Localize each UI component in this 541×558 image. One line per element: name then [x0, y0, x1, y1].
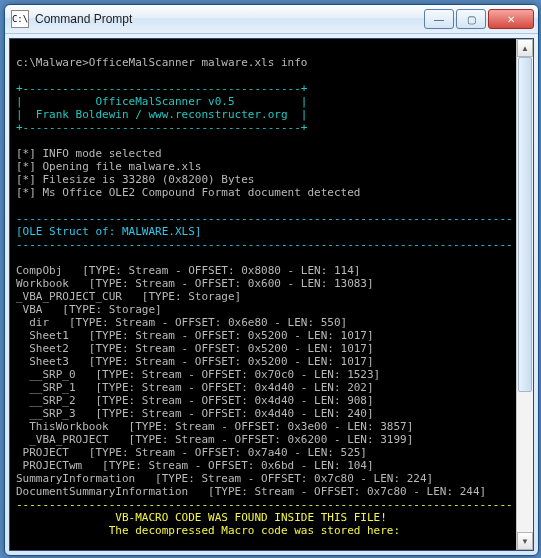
stream-line: _VBA_PROJECT_CUR [TYPE: Storage]: [16, 290, 241, 303]
stream-line: __SRP_1 [TYPE: Stream - OFFSET: 0x4d40 -…: [16, 381, 374, 394]
scroll-track[interactable]: [517, 57, 533, 532]
stream-line: CompObj [TYPE: Stream - OFFSET: 0x8080 -…: [16, 264, 360, 277]
minimize-button[interactable]: —: [424, 9, 454, 29]
stream-line: Workbook [TYPE: Stream - OFFSET: 0x600 -…: [16, 277, 374, 290]
macro-stored: The decompressed Macro code was stored h…: [16, 524, 400, 537]
maximize-button[interactable]: ▢: [456, 9, 486, 29]
scroll-down-button[interactable]: ▼: [517, 532, 533, 550]
stream-line: Sheet3 [TYPE: Stream - OFFSET: 0x5200 - …: [16, 355, 374, 368]
ole-header: [OLE Struct of: MALWARE.XLS]: [16, 225, 201, 238]
stream-line: PROJECTwm [TYPE: Stream - OFFSET: 0x6bd …: [16, 459, 374, 472]
separator: ----------------------------------------…: [16, 498, 513, 511]
stream-line: __SRP_0 [TYPE: Stream - OFFSET: 0x70c0 -…: [16, 368, 380, 381]
stream-line: VBA [TYPE: Storage]: [16, 303, 162, 316]
stream-line: __SRP_2 [TYPE: Stream - OFFSET: 0x4d40 -…: [16, 394, 374, 407]
client-area: c:\Malware>OfficeMalScanner malware.xls …: [9, 38, 534, 551]
stream-line: DocumentSummaryInformation [TYPE: Stream…: [16, 485, 486, 498]
stream-line: dir [TYPE: Stream - OFFSET: 0x6e80 - LEN…: [16, 316, 347, 329]
prompt: c:\Malware>: [16, 56, 89, 69]
stream-line: Sheet1 [TYPE: Stream - OFFSET: 0x5200 - …: [16, 329, 374, 342]
stream-line: __SRP_3 [TYPE: Stream - OFFSET: 0x4d40 -…: [16, 407, 374, 420]
stream-line: PROJECT [TYPE: Stream - OFFSET: 0x7a40 -…: [16, 446, 367, 459]
banner-border: +---------------------------------------…: [16, 121, 307, 134]
window-title: Command Prompt: [35, 12, 422, 26]
separator: ----------------------------------------…: [16, 212, 513, 225]
banner-border: +---------------------------------------…: [16, 82, 307, 95]
scroll-thumb[interactable]: [518, 57, 532, 392]
info-line: [*] Opening file malware.xls: [16, 160, 201, 173]
cmd-icon: C:\: [11, 10, 29, 28]
banner-line: | OfficeMalScanner v0.5 |: [16, 95, 307, 108]
vertical-scrollbar[interactable]: ▲ ▼: [516, 39, 533, 550]
info-line: [*] INFO mode selected: [16, 147, 162, 160]
separator: ----------------------------------------…: [16, 238, 513, 251]
window-frame: C:\ Command Prompt — ▢ ✕ c:\Malware>Offi…: [4, 4, 539, 556]
command-text: OfficeMalScanner malware.xls info: [89, 56, 308, 69]
stream-line: SummaryInformation [TYPE: Stream - OFFSE…: [16, 472, 433, 485]
macro-found: VB-MACRO CODE WAS FOUND INSIDE THIS FILE…: [16, 511, 387, 524]
title-bar[interactable]: C:\ Command Prompt — ▢ ✕: [5, 5, 538, 34]
stream-line: Sheet2 [TYPE: Stream - OFFSET: 0x5200 - …: [16, 342, 374, 355]
scroll-up-button[interactable]: ▲: [517, 39, 533, 57]
stream-line: _VBA_PROJECT [TYPE: Stream - OFFSET: 0x6…: [16, 433, 413, 446]
stream-line: ThisWorkbook [TYPE: Stream - OFFSET: 0x3…: [16, 420, 413, 433]
window-buttons: — ▢ ✕: [422, 9, 534, 29]
info-line: [*] Ms Office OLE2 Compound Format docum…: [16, 186, 360, 199]
banner-line: | Frank Boldewin / www.reconstructer.org…: [16, 108, 307, 121]
console-output[interactable]: c:\Malware>OfficeMalScanner malware.xls …: [10, 39, 516, 550]
info-line: [*] Filesize is 33280 (0x8200) Bytes: [16, 173, 254, 186]
close-button[interactable]: ✕: [488, 9, 534, 29]
